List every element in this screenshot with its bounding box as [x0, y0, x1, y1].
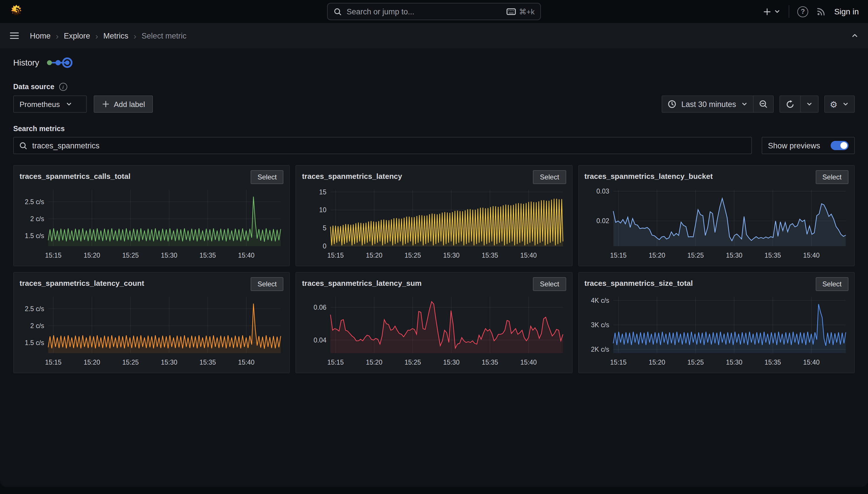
- svg-text:15:40: 15:40: [238, 359, 254, 366]
- svg-text:15:15: 15:15: [610, 359, 626, 366]
- panel-header: traces_spanmetrics_latency Select: [302, 170, 566, 184]
- new-menu-button[interactable]: [763, 7, 781, 16]
- show-previews-toggle[interactable]: [831, 141, 848, 150]
- metric-preview-chart: 15:1515:2015:2515:3015:3515:401.5 c/s2 c…: [20, 185, 284, 262]
- time-range-picker[interactable]: Last 30 minutes: [662, 96, 753, 112]
- metric-panels-grid: traces_spanmetrics_calls_total Select 15…: [13, 165, 855, 373]
- svg-text:2.5 c/s: 2.5 c/s: [25, 305, 44, 312]
- svg-text:2.5 c/s: 2.5 c/s: [25, 198, 44, 206]
- metric-preview-chart: 15:1515:2015:2515:3015:3515:400.040.06: [302, 292, 566, 368]
- svg-text:15:20: 15:20: [648, 359, 665, 366]
- svg-text:15:30: 15:30: [726, 252, 742, 259]
- metric-preview-chart: 15:1515:2015:2515:3015:3515:401.5 c/s2 c…: [20, 292, 284, 368]
- svg-text:15:40: 15:40: [803, 359, 820, 366]
- grafana-logo[interactable]: [9, 4, 24, 19]
- news-rss-icon[interactable]: [816, 7, 826, 16]
- svg-text:15:30: 15:30: [161, 359, 177, 366]
- zoom-out-time-button[interactable]: [753, 96, 773, 112]
- breadcrumb: Home › Explore › Metrics › Select metric: [30, 31, 186, 40]
- refresh-group: [779, 95, 818, 113]
- select-metric-button[interactable]: Select: [815, 277, 848, 291]
- topbar-divider: [789, 5, 789, 18]
- svg-text:15:40: 15:40: [520, 252, 537, 259]
- add-label-button[interactable]: Add label: [94, 95, 153, 113]
- svg-text:15: 15: [319, 188, 327, 196]
- panel-title: traces_spanmetrics_latency_count: [20, 277, 144, 287]
- chevron-down-icon: [806, 101, 812, 108]
- select-metric-button[interactable]: Select: [815, 170, 848, 184]
- svg-text:15:25: 15:25: [687, 359, 704, 366]
- panel-header: traces_spanmetrics_latency_bucket Select: [584, 170, 848, 184]
- breadcrumb-separator: ›: [56, 31, 59, 40]
- breadcrumb-metrics[interactable]: Metrics: [103, 31, 129, 40]
- svg-text:15:15: 15:15: [328, 252, 344, 259]
- settings-button[interactable]: ⚙: [825, 96, 854, 112]
- metric-preview-chart: 15:1515:2015:2515:3015:3515:40051015: [302, 185, 566, 262]
- metric-panel: traces_spanmetrics_latency_bucket Select…: [578, 165, 855, 266]
- search-icon: [19, 141, 27, 150]
- svg-text:15:25: 15:25: [405, 252, 421, 259]
- svg-text:15:35: 15:35: [482, 359, 498, 366]
- time-picker-group: Last 30 minutes: [662, 95, 773, 113]
- svg-text:2K c/s: 2K c/s: [591, 346, 609, 353]
- refresh-button[interactable]: [780, 96, 800, 112]
- breadcrumb-select-metric: Select metric: [142, 31, 186, 40]
- toggle-knob: [841, 142, 847, 149]
- search-metrics-value: traces_spanmetrics: [32, 141, 99, 150]
- svg-text:3K c/s: 3K c/s: [591, 321, 609, 329]
- svg-text:10: 10: [319, 206, 327, 214]
- history-row: History: [13, 56, 855, 69]
- svg-text:15:35: 15:35: [199, 252, 216, 259]
- keyboard-icon: [507, 7, 516, 16]
- history-label: History: [13, 58, 39, 67]
- svg-text:15:15: 15:15: [328, 359, 344, 366]
- svg-text:15:25: 15:25: [122, 252, 139, 259]
- svg-text:15:40: 15:40: [803, 252, 820, 259]
- svg-text:0: 0: [323, 242, 327, 250]
- help-button[interactable]: ?: [797, 6, 808, 17]
- hamburger-icon: [9, 31, 20, 40]
- search-metrics-label: Search metrics: [13, 125, 855, 133]
- svg-text:15:35: 15:35: [764, 359, 781, 366]
- metric-panel: traces_spanmetrics_calls_total Select 15…: [13, 165, 290, 266]
- chevron-down-icon: [842, 101, 849, 108]
- svg-text:0.06: 0.06: [314, 304, 327, 311]
- chevron-down-icon: [741, 101, 748, 108]
- svg-text:15:20: 15:20: [366, 252, 382, 259]
- plus-icon: [763, 7, 771, 16]
- svg-text:15:20: 15:20: [366, 359, 382, 366]
- svg-text:4K c/s: 4K c/s: [591, 297, 609, 304]
- panel-header: traces_spanmetrics_latency_sum Select: [302, 277, 566, 291]
- svg-text:15:15: 15:15: [610, 252, 626, 259]
- search-or-jump-input[interactable]: Search or jump to... ⌘+k: [327, 3, 541, 20]
- panel-title: traces_spanmetrics_calls_total: [20, 170, 131, 180]
- collapse-toolbar-button[interactable]: [851, 32, 859, 39]
- select-metric-button[interactable]: Select: [251, 277, 284, 291]
- refresh-interval-dropdown[interactable]: [800, 96, 818, 112]
- refresh-icon: [785, 99, 795, 109]
- svg-text:15:15: 15:15: [45, 252, 61, 259]
- svg-text:15:35: 15:35: [199, 359, 216, 366]
- select-metric-button[interactable]: Select: [533, 170, 566, 184]
- settings-group: ⚙: [824, 95, 855, 113]
- panel-title: traces_spanmetrics_size_total: [584, 277, 693, 287]
- breadcrumb-explore[interactable]: Explore: [64, 31, 90, 40]
- datasource-picker[interactable]: Prometheus: [13, 95, 87, 113]
- svg-text:15:40: 15:40: [238, 252, 254, 259]
- svg-text:1.5 c/s: 1.5 c/s: [25, 339, 44, 346]
- show-previews-label: Show previews: [768, 141, 820, 150]
- chevron-down-icon: [65, 101, 73, 108]
- svg-text:15:35: 15:35: [764, 252, 781, 259]
- history-timeline-icon[interactable]: [46, 56, 73, 69]
- select-metric-button[interactable]: Select: [251, 170, 284, 184]
- svg-text:15:35: 15:35: [482, 252, 498, 259]
- panel-header: traces_spanmetrics_size_total Select: [584, 277, 848, 291]
- sign-in-button[interactable]: Sign in: [834, 7, 859, 16]
- select-metric-button[interactable]: Select: [533, 277, 566, 291]
- svg-text:2 c/s: 2 c/s: [30, 215, 44, 223]
- question-mark-icon: ?: [801, 7, 805, 16]
- search-metrics-input[interactable]: traces_spanmetrics: [13, 137, 752, 154]
- menu-toggle-button[interactable]: [9, 31, 20, 40]
- breadcrumb-home[interactable]: Home: [30, 31, 51, 40]
- svg-text:15:25: 15:25: [687, 252, 704, 259]
